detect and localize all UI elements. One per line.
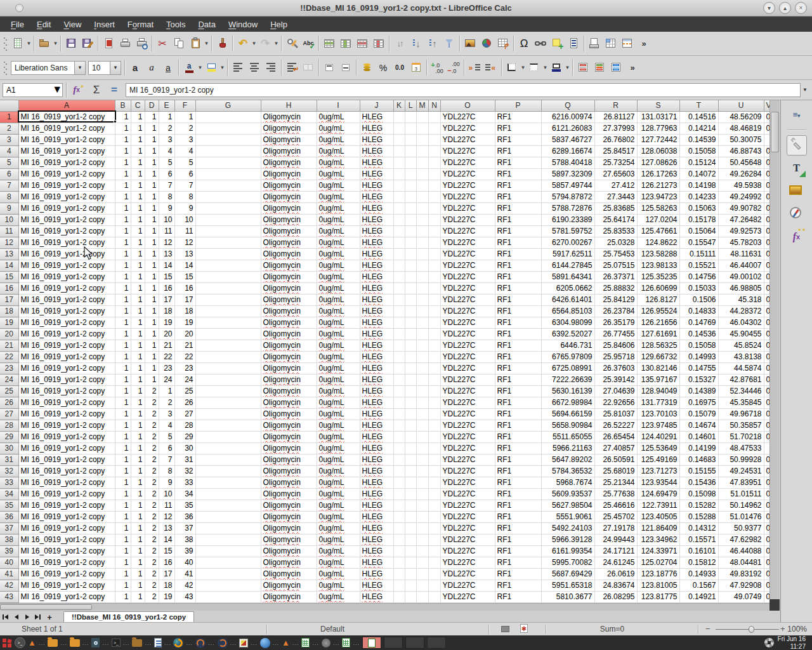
cell-U17[interactable]: 45.318 [718,295,764,306]
cell-J27[interactable]: HLEG [360,409,393,420]
cell-J39[interactable]: HLEG [360,546,393,557]
menu-format[interactable]: Format [122,18,159,30]
sum-status[interactable]: Sum=0 [571,625,653,633]
cell-R1[interactable]: 26.81127 [594,112,637,123]
cell-C26[interactable]: 1 [131,397,145,409]
menu-window[interactable]: Window [223,18,263,30]
cell-J28[interactable]: HLEG [360,420,393,432]
cell-M29[interactable] [416,432,428,443]
cell-L6[interactable] [405,169,416,180]
cell-F15[interactable]: 15 [174,272,195,283]
cell-U23[interactable]: 44.5874 [718,363,764,375]
cell-A32[interactable]: MI 16_0919_yor1-2 copy [18,466,115,477]
cell-K15[interactable] [393,272,405,283]
vertical-scrollbar[interactable] [769,100,780,603]
cell-Q4[interactable]: 6289.16674 [541,146,594,157]
cell-A41[interactable]: MI 16_0919_yor1-2 copy [18,569,115,580]
cell-N32[interactable] [428,466,440,477]
cell-C40[interactable]: 1 [131,557,145,569]
overflow-button[interactable]: » [636,35,652,53]
row-header-8[interactable]: 8 [0,192,18,203]
cell-O41[interactable]: YDL227C [440,569,495,580]
taskbar-matlab-icon[interactable]: ▲ [28,637,36,649]
cell-K13[interactable] [393,249,405,260]
cell-B39[interactable]: 1 [115,546,131,557]
row-header-35[interactable]: 35 [0,500,18,512]
vertical-scrollbar-thumb[interactable] [771,112,779,152]
cell-V39[interactable]: 0. [764,546,769,557]
cell-R43[interactable]: 26.08295 [594,592,637,603]
cell-M15[interactable] [416,272,428,283]
cell-T37[interactable]: 0.14312 [679,523,718,534]
cell-D6[interactable]: 1 [145,169,159,180]
cell-B22[interactable]: 1 [115,352,131,363]
cell-P33[interactable]: RF1 [495,477,541,489]
taskbar-firefox-orange-icon[interactable] [173,637,183,649]
cell-S41[interactable]: 123.18776 [637,569,679,580]
cell-C15[interactable]: 1 [131,272,145,283]
cell-H13[interactable]: Oligomycin [261,249,317,260]
cell-I31[interactable]: 0ug/mL [317,454,360,466]
cell-R37[interactable]: 27.19178 [594,523,637,534]
cell-F40[interactable]: 40 [174,557,195,569]
cell-M43[interactable] [416,592,428,603]
cell-B16[interactable]: 1 [115,283,131,295]
cell-H3[interactable]: Oligomycin [261,135,317,146]
cell-O4[interactable]: YDL227C [440,146,495,157]
cell-Q23[interactable]: 6725.08991 [541,363,594,375]
cell-S6[interactable]: 126.17263 [637,169,679,180]
cell-C5[interactable]: 1 [131,157,145,169]
cell-O30[interactable]: YDL227C [440,443,495,454]
cell-I23[interactable]: 0ug/mL [317,363,360,375]
cell-A34[interactable]: MI 16_0919_yor1-2 copy [18,489,115,500]
cell-O9[interactable]: YDL227C [440,203,495,215]
cell-B40[interactable]: 1 [115,557,131,569]
cell-T41[interactable]: 0.14933 [679,569,718,580]
cell-O12[interactable]: YDL227C [440,237,495,249]
cell-T33[interactable]: 0.15436 [679,477,718,489]
toolbar-grip[interactable] [3,36,8,51]
cell-N2[interactable] [428,123,440,135]
cell-C13[interactable]: 1 [131,249,145,260]
cell-V33[interactable]: 0. [764,477,769,489]
cell-Q11[interactable]: 5781.59752 [541,226,594,237]
cell-J24[interactable]: HLEG [360,375,393,386]
cell-N6[interactable] [428,169,440,180]
cell-A3[interactable]: MI 16_0919_yor1-2 copy [18,135,115,146]
cell-I18[interactable]: 0ug/mL [317,306,360,317]
cell-C6[interactable]: 1 [131,169,145,180]
cell-S19[interactable]: 126.21656 [637,317,679,329]
cell-M10[interactable] [416,215,428,226]
cell-T18[interactable]: 0.14833 [679,306,718,317]
cell-K28[interactable] [393,420,405,432]
cell-V41[interactable]: 0. [764,569,769,580]
cell-V13[interactable]: 0. [764,249,769,260]
cell-U14[interactable]: 46.44007 [718,260,764,272]
cell-J18[interactable]: HLEG [360,306,393,317]
cell-A37[interactable]: MI 16_0919_yor1-2 copy [18,523,115,534]
cell-U30[interactable]: 48.47533 [718,443,764,454]
cell-S21[interactable]: 128.56325 [637,340,679,352]
cell-R29[interactable]: 26.65454 [594,432,637,443]
cell-U12[interactable]: 45.78203 [718,237,764,249]
cell-V16[interactable]: 0. [764,283,769,295]
workspace-pager-slot-active[interactable] [362,637,381,649]
undo-dropdown-icon[interactable]: ▼ [251,41,257,46]
cell-N43[interactable] [428,592,440,603]
cell-D17[interactable]: 1 [145,295,159,306]
cell-S42[interactable]: 123.81005 [637,580,679,592]
menu-insert[interactable]: Insert [88,18,121,30]
cell-L2[interactable] [405,123,416,135]
cell-F32[interactable]: 32 [174,466,195,477]
cell-E34[interactable]: 10 [159,489,174,500]
cell-C35[interactable]: 1 [131,500,145,512]
cell-P35[interactable]: RF1 [495,500,541,512]
cell-I1[interactable]: 0ug/mL [317,112,360,123]
open-dropdown-icon[interactable]: ▼ [53,41,58,46]
cell-B15[interactable]: 1 [115,272,131,283]
cell-T11[interactable]: 0.15064 [679,226,718,237]
cell-T17[interactable]: 0.1506 [679,295,718,306]
cell-G29[interactable] [195,432,261,443]
cell-G8[interactable] [195,192,261,203]
column-header-J[interactable]: J [360,100,393,112]
